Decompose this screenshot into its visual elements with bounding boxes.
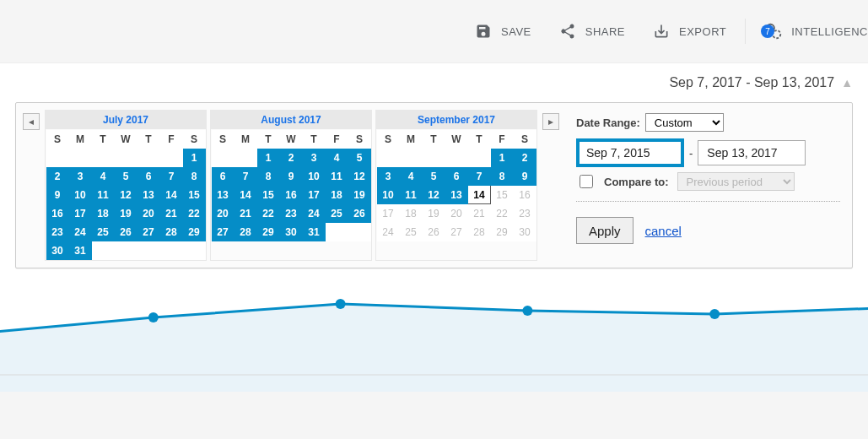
start-date-input[interactable] [576, 138, 684, 167]
cancel-link[interactable]: cancel [645, 224, 682, 238]
calendar-day[interactable]: 29 [491, 223, 514, 241]
calendar-day[interactable]: 21 [235, 204, 257, 223]
calendar-day[interactable]: 23 [280, 204, 303, 223]
calendar-day[interactable]: 27 [445, 223, 468, 241]
calendar-day[interactable]: 11 [400, 186, 423, 204]
calendar-day[interactable]: 2 [46, 167, 69, 186]
calendar-day[interactable]: 19 [348, 186, 371, 204]
calendar-day[interactable]: 29 [183, 223, 206, 241]
calendar-day[interactable]: 2 [514, 149, 536, 167]
calendar-day[interactable]: 24 [69, 223, 92, 241]
calendar-day[interactable]: 31 [69, 241, 92, 260]
calendar-day[interactable]: 5 [348, 149, 371, 167]
calendar-day[interactable]: 17 [377, 204, 400, 223]
calendar-day[interactable]: 19 [423, 204, 445, 223]
calendar-day[interactable]: 8 [183, 167, 206, 186]
calendar-day[interactable]: 9 [514, 167, 536, 186]
calendar-day[interactable]: 26 [423, 223, 445, 241]
calendar-day[interactable]: 30 [514, 223, 536, 241]
calendar-day[interactable]: 10 [377, 186, 400, 204]
calendar-day[interactable]: 28 [160, 223, 183, 241]
calendar-day[interactable]: 25 [400, 223, 423, 241]
calendar-prev-button[interactable]: ◂ [23, 113, 40, 130]
calendar-day[interactable]: 20 [445, 204, 468, 223]
calendar-day[interactable]: 24 [377, 223, 400, 241]
calendar-day[interactable]: 4 [400, 167, 423, 186]
end-date-input[interactable] [698, 140, 806, 165]
calendar-next-button[interactable]: ▸ [542, 113, 559, 130]
chart-point[interactable] [148, 312, 159, 322]
calendar-day[interactable]: 23 [514, 204, 536, 223]
date-range-toggle[interactable]: Sep 7, 2017 - Sep 13, 2017 ▲ [0, 63, 868, 102]
calendar-day[interactable]: 10 [303, 167, 326, 186]
calendar-day[interactable]: 15 [491, 186, 514, 204]
calendar-day[interactable]: 3 [69, 167, 92, 186]
chart-point[interactable] [336, 299, 346, 309]
calendar-day[interactable]: 5 [115, 167, 137, 186]
calendar-day[interactable]: 8 [491, 167, 514, 186]
calendar-day[interactable]: 25 [92, 223, 115, 241]
compare-select[interactable]: Previous period [677, 172, 795, 191]
calendar-day[interactable]: 11 [326, 167, 348, 186]
calendar-day[interactable]: 22 [257, 204, 280, 223]
share-button[interactable]: SHARE [545, 14, 639, 48]
calendar-day[interactable]: 26 [115, 223, 137, 241]
calendar-day[interactable]: 25 [326, 204, 348, 223]
calendar-day[interactable]: 14 [160, 186, 183, 204]
calendar-day[interactable]: 7 [468, 167, 491, 186]
calendar-day[interactable]: 6 [137, 167, 160, 186]
calendar-day[interactable]: 7 [160, 167, 183, 186]
calendar-day[interactable]: 27 [137, 223, 160, 241]
calendar-day[interactable]: 13 [137, 186, 160, 204]
save-button[interactable]: SAVE [461, 14, 545, 48]
calendar-day[interactable]: 30 [280, 223, 303, 241]
calendar-day[interactable]: 8 [257, 167, 280, 186]
calendar-day[interactable]: 24 [303, 204, 326, 223]
calendar-day[interactable]: 13 [445, 186, 468, 204]
chart-point[interactable] [522, 306, 532, 316]
calendar-day[interactable]: 3 [303, 149, 326, 167]
calendar-day[interactable]: 31 [303, 223, 326, 241]
calendar-day[interactable]: 4 [92, 167, 115, 186]
calendar-day[interactable]: 21 [160, 204, 183, 223]
intelligence-button[interactable]: 7 INTELLIGENC [751, 14, 868, 48]
calendar-day[interactable]: 27 [212, 223, 235, 241]
calendar-day[interactable]: 23 [46, 223, 69, 241]
calendar-day[interactable]: 9 [280, 167, 303, 186]
calendar-day[interactable]: 18 [400, 204, 423, 223]
calendar-day[interactable]: 15 [183, 186, 206, 204]
calendar-day[interactable]: 4 [326, 149, 348, 167]
calendar-day[interactable]: 11 [92, 186, 115, 204]
calendar-day[interactable]: 19 [115, 204, 137, 223]
calendar-day[interactable]: 20 [212, 204, 235, 223]
compare-checkbox[interactable] [580, 175, 593, 188]
calendar-day[interactable]: 3 [377, 167, 400, 186]
calendar-day[interactable]: 9 [46, 186, 69, 204]
export-button[interactable]: EXPORT [639, 14, 740, 48]
calendar-day[interactable]: 22 [491, 204, 514, 223]
calendar-day[interactable]: 22 [183, 204, 206, 223]
calendar-day[interactable]: 21 [468, 204, 491, 223]
calendar-day[interactable]: 1 [183, 149, 206, 167]
calendar-day[interactable]: 6 [212, 167, 235, 186]
calendar-day[interactable]: 20 [137, 204, 160, 223]
calendar-day[interactable]: 10 [69, 186, 92, 204]
chart-point[interactable] [709, 309, 720, 319]
calendar-day[interactable]: 12 [348, 167, 371, 186]
calendar-day[interactable]: 1 [257, 149, 280, 167]
calendar-day[interactable]: 16 [46, 204, 69, 223]
calendar-day[interactable]: 26 [348, 204, 371, 223]
calendar-day[interactable]: 18 [326, 186, 348, 204]
apply-button[interactable]: Apply [576, 217, 633, 244]
calendar-day[interactable]: 28 [468, 223, 491, 241]
calendar-day[interactable]: 13 [212, 186, 235, 204]
calendar-day[interactable]: 14 [468, 186, 491, 204]
date-range-select[interactable]: Custom [645, 113, 724, 132]
calendar-day[interactable]: 18 [92, 204, 115, 223]
calendar-day[interactable]: 16 [280, 186, 303, 204]
calendar-day[interactable]: 17 [69, 204, 92, 223]
calendar-day[interactable]: 7 [235, 167, 257, 186]
calendar-day[interactable]: 16 [514, 186, 536, 204]
calendar-day[interactable]: 1 [491, 149, 514, 167]
calendar-day[interactable]: 17 [303, 186, 326, 204]
